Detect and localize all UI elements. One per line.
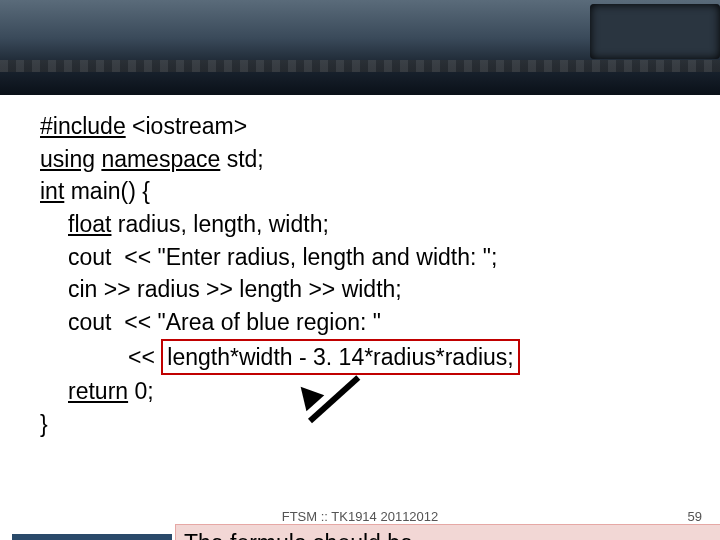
kw-namespace: namespace [101,146,220,172]
highlighted-expression: length*width - 3. 14*radius*radius; [161,339,519,376]
callout-line1: The formula should be [184,529,720,540]
kw-float: float [68,211,111,237]
footer-text: FTSM :: TK1914 20112012 [0,509,720,524]
decorative-bar [12,534,172,540]
pointer-arrow-icon [300,390,370,450]
code-text: } [40,411,48,437]
slide-number: 59 [688,509,702,524]
correction-callout: The formula should be 3. 14*radius*radiu… [175,524,720,540]
slide-content: #include <iostream> using namespace std;… [40,110,700,441]
code-text: cout << "Area of blue region: " [68,309,381,335]
code-block: #include <iostream> using namespace std;… [40,110,700,441]
code-text: <iostream> [126,113,247,139]
kw-using: using [40,146,95,172]
kw-include: #include [40,113,126,139]
code-text: cout << "Enter radius, length and width:… [68,244,497,270]
kw-int: int [40,178,64,204]
kw-return: return [68,378,128,404]
header-image [0,0,720,95]
code-text: cin >> radius >> length >> width; [68,276,402,302]
